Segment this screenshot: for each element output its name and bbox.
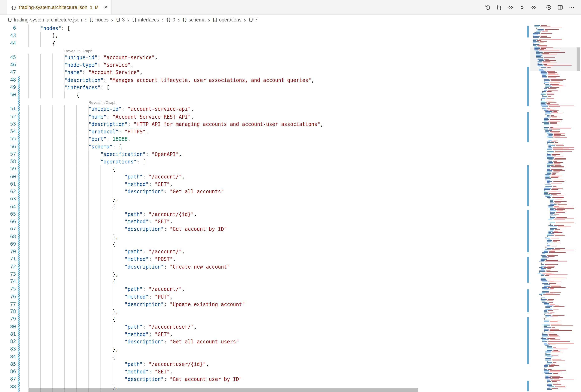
code-line[interactable]: "path": "/account/",: [21, 173, 526, 180]
line-number: 61: [0, 180, 18, 188]
run-icon[interactable]: [545, 3, 553, 11]
code-line[interactable]: "protocol": "HTTPS",: [21, 128, 526, 135]
code-line[interactable]: "path": "/accountuser/{id}",: [21, 360, 526, 368]
code-line[interactable]: "port": 18088,: [21, 135, 526, 143]
code-line[interactable]: "node-type": "service",: [21, 61, 526, 68]
gutter-modified-indicator: [18, 143, 21, 150]
code-line[interactable]: "method": "GET",: [21, 218, 526, 226]
code-line[interactable]: "name": "Account Service REST API",: [21, 113, 526, 120]
breadcrumb-item[interactable]: {}0: [166, 17, 175, 22]
code-line-row: 67 "description": "Get account by ID": [0, 226, 526, 233]
code-line-row: 63 },: [0, 195, 526, 203]
code-line[interactable]: "description": "Create new account": [21, 263, 526, 270]
code-line[interactable]: },: [21, 345, 526, 353]
code-editor[interactable]: 6 "nodes": [43 },44 {Reveal in Graph45 "…: [0, 24, 526, 392]
code-line[interactable]: "schema": {: [21, 143, 526, 150]
code-line[interactable]: {: [21, 240, 526, 248]
code-line[interactable]: "nodes": [: [21, 24, 526, 32]
code-line[interactable]: "path": "/accountuser/",: [21, 323, 526, 330]
code-line[interactable]: "unique-id": "account-service",: [21, 54, 526, 61]
code-line[interactable]: "description": "Update existing account": [21, 300, 526, 308]
prev-element-icon[interactable]: [506, 3, 515, 11]
modified-region-marker: [527, 210, 529, 252]
code-line[interactable]: {: [21, 165, 526, 173]
minimap[interactable]: [530, 24, 576, 392]
code-line[interactable]: "method": "POST",: [21, 256, 526, 263]
code-line-row: 54 "protocol": "HTTPS",: [0, 128, 526, 135]
split-editor-icon[interactable]: [556, 3, 564, 11]
code-line[interactable]: },: [21, 308, 526, 316]
code-line[interactable]: "name": "Account Service",: [21, 68, 526, 76]
code-line[interactable]: "description": "Get all account users": [21, 338, 526, 345]
code-line[interactable]: "method": "GET",: [21, 368, 526, 375]
code-line[interactable]: "description": "Manages account lifecycl…: [21, 76, 526, 84]
breadcrumb-item[interactable]: []interfaces: [132, 17, 159, 22]
more-actions-icon[interactable]: [568, 3, 576, 11]
breadcrumb-item[interactable]: {}trading-system.architecture.json: [8, 17, 82, 22]
gutter-modified-indicator: [18, 345, 21, 353]
gutter-modified-indicator: [18, 158, 21, 165]
code-line[interactable]: "description": "Get all accounts": [21, 188, 526, 195]
code-line[interactable]: "method": "PUT",: [21, 293, 526, 300]
gutter-modified-indicator: [18, 270, 21, 278]
gutter-modified-indicator: [18, 61, 21, 68]
gutter-modified-indicator: [18, 47, 21, 54]
close-tab-icon[interactable]: ×: [104, 4, 108, 10]
code-line[interactable]: {: [21, 91, 526, 99]
code-line[interactable]: "path": "/account/",: [21, 286, 526, 293]
code-line[interactable]: },: [21, 32, 526, 40]
open-changes-icon[interactable]: [495, 3, 503, 11]
line-number: 44: [0, 40, 18, 47]
gutter-modified-indicator: [18, 315, 21, 323]
codelens-reveal-in-graph[interactable]: Reveal in Graph: [64, 47, 92, 54]
code-line[interactable]: "description": "HTTP API for managing ac…: [21, 120, 526, 128]
code-line[interactable]: {: [21, 315, 526, 323]
code-line[interactable]: "specification": "OpenAPI",: [21, 150, 526, 158]
editor-tab[interactable]: {} trading-system.architecture.json 1, M…: [7, 0, 112, 14]
line-number: [0, 99, 18, 105]
minimap-modified-decorations: [527, 24, 529, 392]
code-line[interactable]: {: [21, 40, 526, 47]
code-line[interactable]: "path": "/account/{id}",: [21, 210, 526, 218]
code-line-row: 62 "description": "Get all accounts": [0, 188, 526, 195]
code-line[interactable]: {: [21, 203, 526, 210]
code-line[interactable]: {: [21, 278, 526, 286]
line-number: 65: [0, 210, 18, 218]
code-line[interactable]: {: [21, 353, 526, 360]
horizontal-scrollbar[interactable]: [0, 388, 526, 392]
vertical-scrollbar[interactable]: [576, 24, 581, 392]
code-line[interactable]: },: [21, 270, 526, 278]
code-line[interactable]: "method": "GET",: [21, 330, 526, 338]
horizontal-scrollbar-thumb[interactable]: [29, 388, 418, 392]
code-line[interactable]: "operations": [: [21, 158, 526, 165]
breadcrumb-item[interactable]: {}schema: [182, 17, 206, 22]
modified-region-marker: [527, 67, 529, 106]
breadcrumb-item[interactable]: {}7: [248, 17, 258, 22]
breadcrumb-item[interactable]: []nodes: [89, 17, 109, 22]
json-file-icon: {}: [11, 4, 16, 10]
breadcrumb-item[interactable]: []operations: [212, 17, 242, 22]
code-line-row: 84 {: [0, 353, 526, 360]
vertical-scrollbar-thumb[interactable]: [576, 47, 580, 71]
code-line[interactable]: },: [21, 195, 526, 203]
code-line[interactable]: "description": "Get account user by ID": [21, 375, 526, 383]
code-line[interactable]: },: [21, 233, 526, 240]
code-line[interactable]: "description": "Get account by ID": [21, 226, 526, 233]
breadcrumb-item[interactable]: {}3: [116, 17, 125, 22]
gutter-modified-indicator: [18, 375, 21, 383]
gutter-modified-indicator: [18, 195, 21, 203]
code-line[interactable]: "method": "GET",: [21, 180, 526, 188]
code-line-row: 53 "description": "HTTP API for managing…: [0, 120, 526, 128]
minimap-slider[interactable]: [530, 47, 576, 71]
code-line-row: 48 "description": "Manages account lifec…: [0, 76, 526, 84]
codelens-reveal-in-graph[interactable]: Reveal in Graph: [88, 99, 116, 106]
modified-region-marker: [527, 317, 529, 364]
line-number: 64: [0, 203, 18, 210]
code-line[interactable]: "unique-id": "account-service-api",: [21, 105, 526, 113]
next-element-icon[interactable]: [530, 3, 538, 11]
code-line-row: 43 },: [0, 32, 526, 40]
local-history-icon[interactable]: [484, 3, 492, 11]
code-line[interactable]: "interfaces": [: [21, 84, 526, 91]
code-line[interactable]: "path": "/account/",: [21, 248, 526, 256]
current-element-icon[interactable]: [518, 3, 526, 11]
